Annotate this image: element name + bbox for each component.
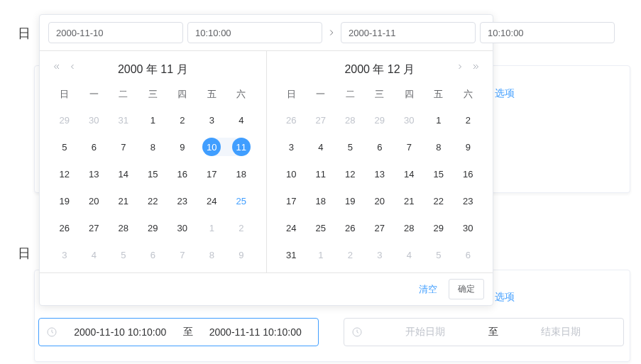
prev-year-icon[interactable] <box>53 62 61 71</box>
day-cell[interactable]: 11 <box>306 160 336 187</box>
day-cell[interactable]: 30 <box>168 214 197 241</box>
day-cell[interactable]: 27 <box>306 106 336 133</box>
bg-option-2[interactable]: 选项 <box>495 291 515 304</box>
day-cell[interactable]: 3 <box>277 133 307 160</box>
day-cell[interactable]: 4 <box>226 106 256 133</box>
day-cell[interactable]: 13 <box>365 160 395 187</box>
day-cell[interactable]: 1 <box>138 106 168 133</box>
day-cell[interactable]: 18 <box>226 160 256 187</box>
day-cell[interactable]: 24 <box>197 187 227 214</box>
day-cell[interactable]: 8 <box>424 133 454 160</box>
day-cell[interactable]: 12 <box>50 160 80 187</box>
day-cell[interactable]: 1 <box>197 214 227 241</box>
day-cell[interactable]: 5 <box>50 133 80 160</box>
bg-option-1[interactable]: 选项 <box>495 87 515 100</box>
day-cell[interactable]: 8 <box>197 241 227 268</box>
day-cell[interactable]: 31 <box>277 241 307 268</box>
day-cell[interactable]: 12 <box>336 160 366 187</box>
day-cell[interactable]: 21 <box>109 187 138 214</box>
day-cell[interactable]: 28 <box>109 214 138 241</box>
day-cell[interactable]: 2 <box>336 241 366 268</box>
day-cell[interactable]: 17 <box>277 187 307 214</box>
day-cell[interactable]: 7 <box>395 133 424 160</box>
day-cell[interactable]: 8 <box>138 133 168 160</box>
daterange-input-right[interactable]: 开始日期 至 结束日期 <box>344 318 624 346</box>
day-cell[interactable]: 2 <box>454 106 483 133</box>
day-cell[interactable]: 16 <box>454 160 483 187</box>
day-cell[interactable]: 5 <box>336 133 366 160</box>
day-cell[interactable]: 29 <box>138 214 168 241</box>
day-cell[interactable]: 24 <box>277 214 307 241</box>
day-cell[interactable]: 19 <box>50 187 80 214</box>
day-cell[interactable]: 11 <box>226 133 256 160</box>
day-cell[interactable]: 3 <box>365 241 395 268</box>
day-cell[interactable]: 29 <box>50 106 80 133</box>
day-cell[interactable]: 17 <box>197 160 227 187</box>
day-cell[interactable]: 27 <box>80 214 109 241</box>
day-cell[interactable]: 23 <box>168 187 197 214</box>
day-cell[interactable]: 14 <box>109 160 138 187</box>
day-cell[interactable]: 30 <box>395 106 424 133</box>
day-cell[interactable]: 21 <box>395 187 424 214</box>
day-cell[interactable]: 18 <box>306 187 336 214</box>
day-cell[interactable]: 9 <box>454 133 483 160</box>
day-cell[interactable]: 23 <box>454 187 483 214</box>
day-cell[interactable]: 9 <box>226 241 256 268</box>
day-cell[interactable]: 16 <box>168 160 197 187</box>
day-cell[interactable]: 22 <box>138 187 168 214</box>
dow-cell: 六 <box>454 84 483 106</box>
day-cell[interactable]: 1 <box>306 241 336 268</box>
day-cell[interactable]: 7 <box>109 133 138 160</box>
day-cell[interactable]: 6 <box>454 241 483 268</box>
daterange-input-left[interactable]: 2000-11-10 10:10:00 至 2000-11-11 10:10:0… <box>38 318 319 346</box>
day-cell[interactable]: 2 <box>226 214 256 241</box>
day-cell[interactable]: 28 <box>336 106 366 133</box>
next-month-icon[interactable] <box>456 62 464 71</box>
day-cell[interactable]: 5 <box>424 241 454 268</box>
day-cell[interactable]: 3 <box>50 241 80 268</box>
day-cell[interactable]: 29 <box>424 214 454 241</box>
next-year-icon[interactable] <box>471 62 480 71</box>
end-time-input[interactable] <box>480 22 615 43</box>
day-cell[interactable]: 26 <box>50 214 80 241</box>
day-cell[interactable]: 2 <box>168 106 197 133</box>
confirm-button[interactable]: 确定 <box>449 279 484 299</box>
day-cell[interactable]: 26 <box>336 214 366 241</box>
day-cell[interactable]: 7 <box>168 241 197 268</box>
day-cell[interactable]: 10 <box>197 133 227 160</box>
day-cell[interactable]: 22 <box>424 187 454 214</box>
day-cell[interactable]: 4 <box>306 133 336 160</box>
day-cell[interactable]: 3 <box>197 106 227 133</box>
day-cell[interactable]: 10 <box>277 160 307 187</box>
day-cell[interactable]: 13 <box>80 160 109 187</box>
day-cell[interactable]: 15 <box>138 160 168 187</box>
day-cell[interactable]: 20 <box>365 187 395 214</box>
day-cell[interactable]: 27 <box>365 214 395 241</box>
day-cell[interactable]: 6 <box>138 241 168 268</box>
day-cell[interactable]: 25 <box>306 214 336 241</box>
day-cell[interactable]: 6 <box>365 133 395 160</box>
day-cell[interactable]: 30 <box>80 106 109 133</box>
prev-month-icon[interactable] <box>68 62 77 71</box>
day-cell[interactable]: 29 <box>365 106 395 133</box>
clock-icon <box>46 326 57 338</box>
start-date-input[interactable] <box>48 22 183 43</box>
day-cell[interactable]: 15 <box>424 160 454 187</box>
day-cell[interactable]: 20 <box>80 187 109 214</box>
end-date-input[interactable] <box>341 22 476 43</box>
day-cell[interactable]: 26 <box>277 106 307 133</box>
day-cell[interactable]: 4 <box>80 241 109 268</box>
day-cell[interactable]: 4 <box>395 241 424 268</box>
day-cell[interactable]: 19 <box>336 187 366 214</box>
clear-button[interactable]: 清空 <box>415 280 442 299</box>
start-time-input[interactable] <box>187 22 322 43</box>
day-cell[interactable]: 31 <box>109 106 138 133</box>
day-cell[interactable]: 9 <box>168 133 197 160</box>
day-cell[interactable]: 28 <box>395 214 424 241</box>
day-cell[interactable]: 1 <box>424 106 454 133</box>
day-cell[interactable]: 6 <box>80 133 109 160</box>
day-cell[interactable]: 25 <box>226 187 256 214</box>
day-cell[interactable]: 30 <box>454 214 483 241</box>
day-cell[interactable]: 5 <box>109 241 138 268</box>
day-cell[interactable]: 14 <box>395 160 424 187</box>
